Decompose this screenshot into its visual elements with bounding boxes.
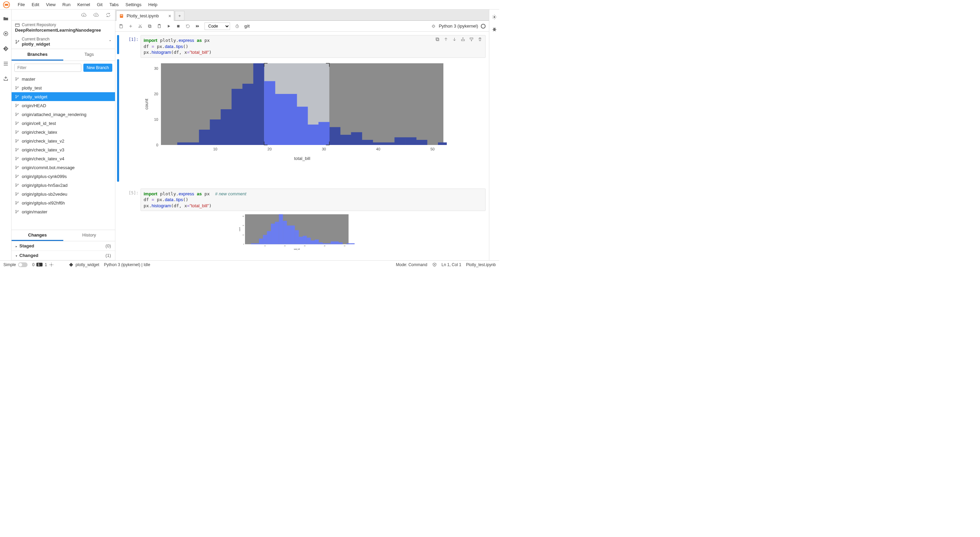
svg-point-40 [16, 157, 16, 158]
branch-item[interactable]: plotly_test [11, 83, 115, 92]
toc-icon[interactable] [3, 61, 9, 67]
move-up-icon[interactable] [443, 37, 449, 42]
menu-help[interactable]: Help [145, 1, 161, 8]
status-branch[interactable]: plotly_widget [76, 262, 99, 267]
kernel-status-icon[interactable] [481, 24, 485, 29]
insert-above-icon[interactable] [460, 37, 466, 42]
tab-tags[interactable]: Tags [63, 49, 115, 61]
menu-tabs[interactable]: Tabs [106, 1, 122, 8]
branch-item[interactable]: origin/gitplus-sb2vedeu [11, 190, 115, 198]
branch-item[interactable]: origin/attached_image_rendering [11, 110, 115, 119]
kernel-name[interactable]: Python 3 (ipykernel) [439, 24, 478, 29]
bug-icon[interactable] [431, 24, 436, 29]
run-all-icon[interactable] [195, 24, 200, 29]
svg-rect-103 [438, 142, 447, 145]
branch-item[interactable]: origin/check_latex_v3 [11, 145, 115, 154]
save-icon[interactable] [119, 24, 124, 29]
property-inspector-icon[interactable] [492, 14, 497, 20]
branch-item[interactable]: origin/master [11, 207, 115, 216]
branch-item[interactable]: plotly_widget [11, 92, 115, 101]
folder-icon[interactable] [3, 16, 9, 22]
extensions-icon[interactable] [3, 76, 9, 82]
git-icon[interactable] [3, 46, 9, 52]
cloud-pull-icon[interactable] [81, 12, 86, 18]
insert-below-icon[interactable] [469, 37, 474, 42]
svg-rect-75 [436, 38, 438, 40]
branch-item[interactable]: origin/commit.bot.message [11, 163, 115, 172]
branch-item[interactable]: origin/check_latex_v4 [11, 154, 115, 163]
histogram-output-2[interactable]: 10203001020304050total_billcount [140, 213, 422, 250]
svg-rect-62 [121, 14, 123, 15]
new-branch-button[interactable]: New Branch [83, 64, 112, 72]
code-cell-1[interactable]: import plotly.express as px df = px.data… [140, 35, 485, 58]
svg-point-23 [16, 107, 16, 107]
stop-icon[interactable] [176, 24, 181, 29]
run-icon[interactable] [166, 24, 171, 29]
menu-run[interactable]: Run [59, 1, 74, 8]
svg-rect-127 [263, 235, 267, 244]
tab-history[interactable]: History [63, 230, 115, 241]
menu-settings[interactable]: Settings [122, 1, 145, 8]
code-cell-2[interactable]: import plotly.express as px # new commen… [140, 188, 485, 211]
svg-rect-82 [210, 120, 221, 145]
git-toolbar-label[interactable]: git [244, 24, 250, 29]
svg-point-42 [18, 158, 18, 158]
svg-rect-107 [275, 94, 286, 145]
file-tab-plotly-test[interactable]: Plotly_test.ipynb × [116, 11, 174, 21]
menu-view[interactable]: View [43, 1, 59, 8]
svg-text:20: 20 [243, 225, 244, 226]
duplicate-icon[interactable] [435, 37, 440, 42]
git-status-icon[interactable] [69, 262, 73, 267]
new-tab-button[interactable]: + [175, 11, 185, 21]
histogram-output-1[interactable]: 10203001020304050total_billcount [140, 60, 422, 162]
close-icon[interactable]: × [169, 13, 171, 19]
copy-icon[interactable] [147, 24, 152, 29]
menu-git[interactable]: Git [94, 1, 106, 8]
cloud-push-icon[interactable] [93, 12, 99, 18]
cut-icon[interactable] [138, 24, 143, 29]
menu-edit[interactable]: Edit [28, 1, 43, 8]
menu-file[interactable]: File [14, 1, 28, 8]
svg-rect-130 [275, 222, 279, 244]
restart-icon[interactable] [185, 24, 190, 29]
running-icon[interactable] [3, 30, 9, 37]
tab-branches[interactable]: Branches [11, 49, 63, 61]
branch-item[interactable]: origin/HEAD [11, 101, 115, 110]
branch-item[interactable]: origin/check_latex [11, 127, 115, 137]
branch-item[interactable]: origin/gitplus-xl92hf6h [11, 198, 115, 207]
simple-toggle[interactable] [18, 262, 27, 267]
svg-text:0: 0 [156, 143, 158, 147]
move-down-icon[interactable] [452, 37, 457, 42]
svg-point-48 [18, 175, 18, 176]
branch-item[interactable]: origin/check_latex_v2 [11, 137, 115, 145]
refresh-icon[interactable] [105, 12, 111, 18]
paste-icon[interactable] [157, 24, 162, 29]
status-file[interactable]: Plotly_test.ipynb [466, 262, 496, 267]
menu-kernel[interactable]: Kernel [74, 1, 94, 8]
status-kernel[interactable]: Python 3 (ipykernel) | Idle [104, 262, 150, 267]
svg-text:20: 20 [154, 92, 158, 96]
current-branch-selector[interactable]: Current Branch plotly_widget ⌃ [11, 35, 115, 49]
svg-rect-134 [291, 226, 295, 244]
timing-icon[interactable] [235, 24, 240, 29]
add-cell-icon[interactable] [128, 24, 133, 29]
terminal-icon[interactable]: $_ [37, 263, 43, 266]
lsp-settings-icon[interactable] [49, 262, 54, 267]
notebook-toolbar: Code git Python 3 (ipykernel) [115, 21, 489, 32]
branch-item[interactable]: origin/cell_id_test [11, 119, 115, 127]
section-changed[interactable]: ▾Changed (1) [11, 251, 115, 260]
branch-item[interactable]: master [11, 75, 115, 83]
svg-rect-99 [395, 137, 406, 145]
svg-rect-80 [188, 142, 199, 145]
section-staged[interactable]: ▸Staged (0) [11, 241, 115, 251]
branch-filter-input[interactable] [14, 64, 81, 72]
branch-item[interactable]: origin/gitplus-cynk099s [11, 172, 115, 181]
trusted-icon[interactable] [432, 262, 437, 267]
svg-text:10: 10 [154, 117, 158, 121]
debugger-icon[interactable] [492, 27, 497, 32]
cell-type-select[interactable]: Code [205, 22, 230, 30]
delete-cell-icon[interactable] [477, 37, 482, 42]
tab-changes[interactable]: Changes [11, 230, 63, 241]
branch-item[interactable]: origin/gitplus-hn5av2ad [11, 181, 115, 190]
svg-rect-98 [383, 142, 395, 145]
